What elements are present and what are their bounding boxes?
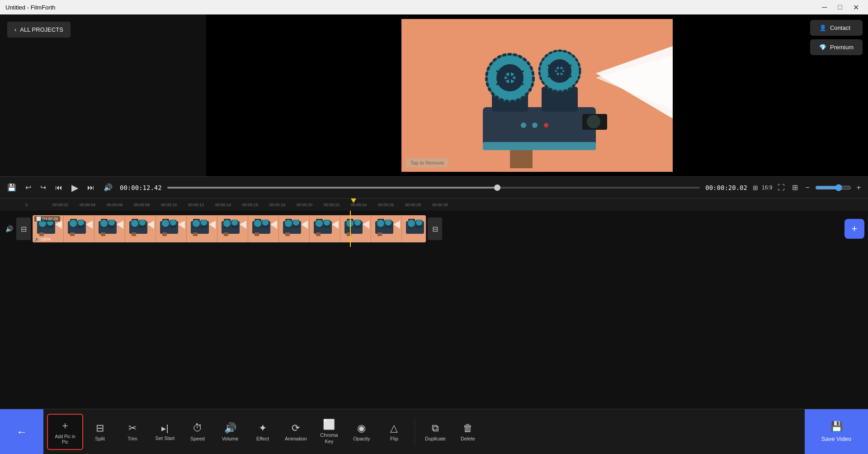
left-panel: ‹ ALL PROJECTS: [0, 14, 206, 176]
svg-point-114: [346, 220, 354, 227]
chroma-key-label: ChromaKey: [320, 432, 338, 444]
delete-label: Delete: [461, 436, 475, 441]
svg-point-23: [521, 123, 526, 128]
volume-button[interactable]: 🔊: [102, 181, 114, 194]
volume-toolbar-button[interactable]: 🔊 Volume: [214, 414, 246, 450]
split-button[interactable]: ⊟ Split: [84, 414, 116, 450]
skip-forward-button[interactable]: ⏭: [85, 182, 96, 194]
trim-label: Trim: [127, 436, 137, 441]
progress-thumb[interactable]: [494, 184, 500, 191]
set-start-button[interactable]: ▸| Set Start: [149, 414, 181, 450]
svg-rect-39: [371, 215, 371, 242]
svg-point-24: [532, 123, 538, 128]
skip-back-button[interactable]: ⏮: [53, 182, 64, 194]
delete-button[interactable]: 🗑 Delete: [452, 414, 484, 450]
ruler-marks: 0 00:00:02 00:00:04 00:00:06 00:00:08 00…: [25, 203, 843, 207]
animation-button[interactable]: ⟳ Animation: [279, 414, 312, 450]
ruler-mark: 00:00:06: [107, 203, 134, 207]
save-video-icon: 💾: [830, 421, 843, 433]
video-track[interactable]: ⬜ 00:00:20: [33, 215, 426, 242]
add-track-button[interactable]: +: [844, 219, 864, 239]
svg-point-65: [131, 220, 138, 227]
undo-button[interactable]: ↩: [24, 181, 33, 194]
delete-icon: 🗑: [463, 422, 473, 434]
svg-point-121: [377, 220, 384, 227]
svg-point-22: [587, 115, 600, 128]
ruler-mark: 00:00:08: [134, 203, 161, 207]
redo-button[interactable]: ↪: [38, 181, 48, 194]
empty-timeline-area: [0, 247, 868, 409]
save-video-button[interactable]: 💾 Save Video: [805, 409, 868, 454]
opacity-label: Opacity: [353, 436, 370, 441]
svg-rect-110: [316, 232, 321, 236]
zoom-slider[interactable]: [815, 184, 851, 191]
close-button[interactable]: ✕: [849, 2, 863, 13]
tap-to-remove-label[interactable]: Tap to Remove: [406, 158, 448, 167]
mute-button[interactable]: 🔊: [4, 225, 14, 232]
flip-label: Flip: [390, 436, 398, 441]
svg-rect-32: [156, 215, 156, 242]
flip-icon: △: [390, 422, 398, 434]
ruler-mark: 0: [25, 203, 52, 207]
svg-point-79: [193, 220, 200, 227]
contact-label: Contact: [830, 24, 850, 31]
layout-button[interactable]: ⊞: [790, 181, 800, 194]
opacity-button[interactable]: ◉ Opacity: [346, 414, 377, 450]
window-controls[interactable]: ─ □ ✕: [818, 2, 863, 13]
flip-button[interactable]: △ Flip: [378, 414, 410, 450]
current-time-display: 00:00:12.42: [120, 184, 162, 191]
svg-rect-75: [162, 232, 167, 236]
svg-point-25: [544, 123, 548, 128]
svg-point-87: [231, 219, 238, 226]
svg-point-66: [139, 219, 146, 226]
svg-point-128: [408, 220, 415, 227]
speed-button[interactable]: ⏱ Speed: [182, 414, 213, 450]
svg-rect-96: [255, 232, 259, 236]
svg-rect-82: [193, 232, 198, 236]
main-area: ‹ ALL PROJECTS: [0, 14, 868, 409]
svg-rect-36: [278, 215, 279, 242]
svg-point-72: [162, 220, 169, 227]
fullscreen-button[interactable]: ⛶: [776, 182, 787, 194]
svg-point-94: [262, 219, 269, 226]
chroma-key-button[interactable]: ⬜ ChromaKey: [313, 414, 345, 450]
svg-rect-38: [340, 215, 340, 242]
maximize-button[interactable]: □: [834, 2, 846, 13]
duplicate-button[interactable]: ⧉ Duplicate: [420, 414, 451, 450]
track-left-handle[interactable]: ⊟: [16, 218, 31, 240]
svg-point-86: [223, 220, 231, 227]
ruler-mark: 00:00:20: [297, 203, 324, 207]
svg-point-129: [416, 219, 422, 226]
back-to-projects-button[interactable]: ‹ ALL PROJECTS: [7, 22, 71, 38]
contact-button[interactable]: 👤 Contact: [810, 20, 863, 36]
duplicate-label: Duplicate: [425, 436, 446, 441]
top-right-buttons: 👤 Contact 💎 Premium: [805, 14, 868, 61]
trim-button[interactable]: ✂ Trim: [117, 414, 148, 450]
track-right-handle[interactable]: ⊟: [428, 218, 442, 240]
opacity-icon: ◉: [357, 422, 366, 434]
back-button-label: ALL PROJECTS: [20, 26, 63, 33]
ruler-mark: 00:00:24: [351, 203, 378, 207]
svg-point-51: [70, 220, 77, 227]
back-nav-button[interactable]: ←: [0, 409, 43, 454]
zoom-in-button[interactable]: +: [855, 182, 863, 194]
bottom-toolbar: ← ＋ Add Pic inPic ⊟ Split ✂ Trim ▸| Set …: [0, 409, 868, 454]
svg-point-108: [324, 219, 330, 226]
progress-bar[interactable]: [167, 187, 700, 189]
svg-point-100: [285, 220, 292, 227]
svg-rect-28: [33, 215, 33, 242]
premium-button[interactable]: 💎 Premium: [810, 39, 863, 55]
add-pic-in-pic-button[interactable]: ＋ Add Pic inPic: [47, 414, 83, 450]
svg-rect-31: [125, 215, 125, 242]
svg-point-73: [170, 219, 176, 226]
zoom-out-button[interactable]: −: [803, 182, 811, 194]
save-button[interactable]: 💾: [5, 181, 18, 194]
ruler-mark: 00:00:02: [52, 203, 80, 207]
play-button[interactable]: ▶: [70, 180, 80, 195]
set-start-icon: ▸|: [161, 423, 168, 434]
svg-rect-29: [63, 215, 64, 242]
effect-button[interactable]: ✦ Effect: [247, 414, 278, 450]
contact-icon: 👤: [819, 24, 826, 31]
minimize-button[interactable]: ─: [818, 2, 830, 13]
ruler-mark: 00:00:16: [242, 203, 269, 207]
